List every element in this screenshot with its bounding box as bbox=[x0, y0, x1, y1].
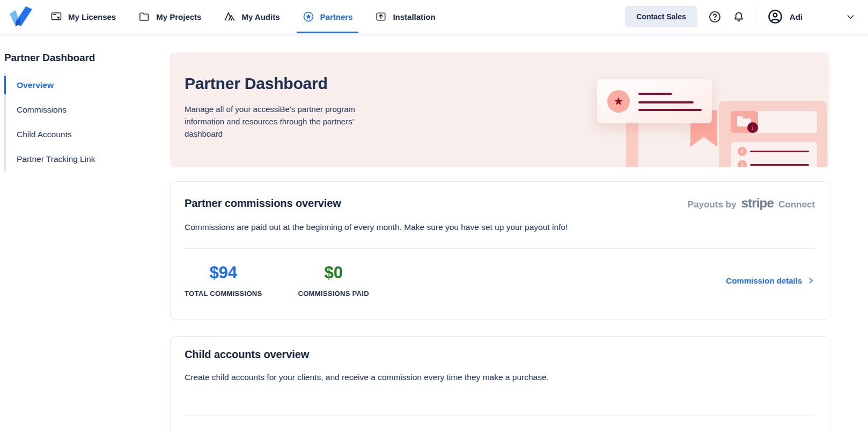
bell-icon bbox=[732, 10, 745, 24]
help-icon bbox=[708, 10, 722, 24]
commission-details-link[interactable]: Commission details bbox=[726, 276, 815, 285]
nav-item-partners[interactable]: Partners bbox=[303, 0, 353, 33]
sidebar-item-commissions[interactable]: Commissions bbox=[6, 98, 129, 122]
stat-total-commissions: $94 TOTAL COMMISSIONS bbox=[185, 264, 262, 298]
folder-tile bbox=[731, 111, 758, 133]
user-name: Adi bbox=[790, 12, 803, 21]
nav-item-label: Partners bbox=[320, 12, 353, 21]
chevron-right-icon bbox=[807, 277, 815, 285]
panel-header-row bbox=[731, 111, 817, 133]
notifications-button[interactable] bbox=[732, 10, 745, 24]
nav-item-my-licenses[interactable]: My Licenses bbox=[50, 0, 116, 33]
sidebar-item-overview[interactable]: Overview bbox=[6, 73, 129, 98]
nav-item-label: My Licenses bbox=[68, 12, 116, 21]
nav-item-label: My Audits bbox=[241, 12, 279, 21]
nav-item-label: My Projects bbox=[156, 12, 201, 21]
nav-right-cluster: Contact Sales Adi bbox=[625, 6, 860, 27]
commissions-description: Commissions are paid out at the beginnin… bbox=[185, 222, 815, 232]
text-line bbox=[638, 109, 702, 111]
main-content: Partner Dashboard Manage all of your acc… bbox=[170, 40, 829, 431]
nav-item-installation[interactable]: Installation bbox=[375, 0, 435, 33]
stat-label: COMMISSIONS PAID bbox=[298, 289, 369, 298]
stat-value: $0 bbox=[324, 264, 342, 282]
payouts-by-stripe: Payouts by stripe Connect bbox=[688, 196, 815, 211]
sidebar-item-child-accounts[interactable]: Child Accounts bbox=[6, 122, 129, 147]
commissions-stats-row: $94 TOTAL COMMISSIONS $0 COMMISSIONS PAI… bbox=[185, 264, 815, 298]
nav-item-my-projects[interactable]: My Projects bbox=[138, 0, 201, 33]
commissions-card: Partner commissions overview Payouts by … bbox=[170, 181, 829, 320]
primary-nav: My Licenses My Projects My Audits Partne… bbox=[50, 0, 436, 33]
hero-description: Manage all of your accessiBe's partner p… bbox=[185, 103, 375, 140]
help-button[interactable] bbox=[708, 10, 722, 24]
child-accounts-title: Child accounts overview bbox=[185, 348, 815, 361]
nav-item-my-audits[interactable]: My Audits bbox=[224, 0, 279, 33]
commissions-card-title: Partner commissions overview bbox=[185, 197, 341, 210]
header-divider bbox=[756, 8, 756, 26]
audits-icon bbox=[224, 11, 236, 23]
document-panel-illustration: ↓ i i bbox=[719, 101, 827, 167]
panel-rows: i i bbox=[731, 142, 817, 167]
sidebar-item-partner-tracking-link[interactable]: Partner Tracking Link bbox=[6, 147, 129, 172]
text-line bbox=[750, 164, 809, 166]
payouts-prefix: Payouts by bbox=[688, 199, 737, 210]
payouts-suffix: Connect bbox=[778, 199, 815, 210]
commission-details-label: Commission details bbox=[726, 276, 802, 285]
stat-value: $94 bbox=[209, 264, 237, 282]
sidebar: Partner Dashboard Overview Commissions C… bbox=[0, 40, 170, 431]
star-badge-icon bbox=[303, 11, 314, 23]
info-icon: i bbox=[738, 160, 747, 167]
stripe-logo: stripe bbox=[741, 196, 774, 211]
text-line bbox=[638, 101, 694, 103]
hero-text: Partner Dashboard Manage all of your acc… bbox=[185, 75, 375, 140]
partner-dashboard-page: { "nav": { "items": [ {"label": "My Lice… bbox=[0, 0, 868, 431]
child-accounts-description: Create child accounts for your clients, … bbox=[185, 373, 815, 382]
avatar-icon bbox=[767, 9, 783, 25]
child-accounts-card: Child accounts overview Create child acc… bbox=[170, 336, 829, 431]
illustration-bar bbox=[626, 122, 638, 167]
text-line bbox=[750, 151, 809, 152]
account-dropdown-button[interactable] bbox=[845, 12, 856, 22]
commissions-card-header: Partner commissions overview Payouts by … bbox=[185, 196, 815, 211]
download-icon: ↓ bbox=[747, 122, 758, 133]
chevron-down-icon bbox=[845, 12, 856, 22]
page-layout: Partner Dashboard Overview Commissions C… bbox=[0, 40, 868, 431]
nav-item-label: Installation bbox=[393, 12, 435, 21]
install-box-icon bbox=[375, 11, 387, 23]
stat-label: TOTAL COMMISSIONS bbox=[185, 289, 262, 298]
accessibe-logo-icon bbox=[9, 6, 33, 27]
star-icon: ★ bbox=[607, 90, 630, 113]
bookmark-ribbon-icon bbox=[690, 110, 717, 147]
accessibe-logo[interactable] bbox=[9, 6, 33, 27]
sidebar-nav: Overview Commissions Child Accounts Part… bbox=[4, 73, 129, 172]
sidebar-title: Partner Dashboard bbox=[4, 52, 170, 64]
top-navigation: My Licenses My Projects My Audits Partne… bbox=[0, 0, 868, 33]
card-divider bbox=[185, 248, 815, 249]
stat-commissions-paid: $0 COMMISSIONS PAID bbox=[298, 264, 369, 298]
certificate-card-illustration: ★ bbox=[597, 79, 712, 123]
license-window-icon bbox=[50, 11, 62, 23]
hero-title: Partner Dashboard bbox=[185, 75, 375, 93]
folder-icon bbox=[737, 118, 751, 127]
card-divider bbox=[185, 415, 815, 415]
contact-sales-button[interactable]: Contact Sales bbox=[625, 6, 697, 27]
nav-shadow bbox=[0, 33, 868, 40]
text-line bbox=[638, 93, 672, 95]
hero-banner: Partner Dashboard Manage all of your acc… bbox=[170, 53, 829, 167]
info-icon: i bbox=[738, 147, 747, 156]
folder-icon bbox=[138, 11, 150, 23]
user-menu[interactable]: Adi bbox=[767, 9, 803, 25]
